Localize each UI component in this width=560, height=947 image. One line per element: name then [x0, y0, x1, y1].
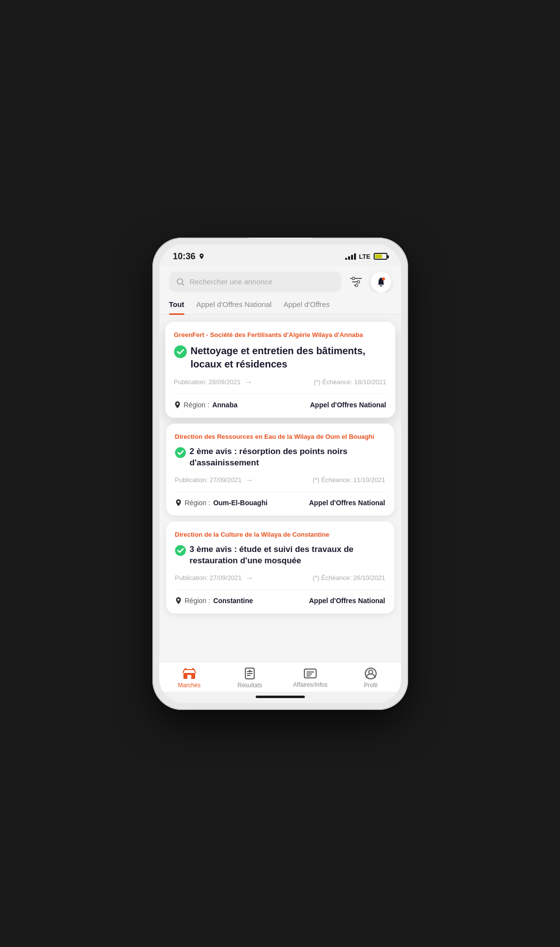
- card-footer-1: Région : Annaba Appel d'Offres National: [174, 401, 386, 409]
- bottom-navigation: Marchés Résultats Affaires/Infos: [159, 662, 401, 692]
- region-value-2: Oum-El-Bouaghi: [213, 499, 267, 507]
- listing-card-1[interactable]: GreenFert - Société des Fertilisants d'A…: [165, 322, 395, 418]
- tab-aon[interactable]: Appel d'Offres National: [196, 300, 272, 314]
- region-1: Région : Annaba: [174, 401, 238, 409]
- nav-marches[interactable]: Marchés: [159, 667, 220, 689]
- status-time: 10:36: [173, 251, 196, 262]
- filter-button[interactable]: [347, 273, 365, 291]
- appel-badge-3: Appel d'Offres National: [309, 597, 385, 605]
- pub-date-2: Publication: 27/09/2021: [175, 476, 242, 484]
- company-name-3: Direction de la Culture de la Wilaya de …: [175, 530, 385, 539]
- lte-label: LTE: [359, 253, 371, 260]
- region-label-1: Région :: [184, 401, 209, 409]
- card-title-2: 2 ème avis : résorption des points noirs…: [175, 446, 385, 469]
- search-area: Rechercher une annonce: [159, 266, 401, 292]
- location-icon: [199, 253, 205, 260]
- nav-marches-label: Marchés: [178, 682, 201, 689]
- resultats-icon: [243, 667, 256, 680]
- ech-date-3: (*) Échéance: 26/10/2021: [313, 574, 385, 581]
- card-title-3: 3 ème avis : étude et suivi des travaux …: [175, 544, 385, 567]
- region-label-2: Région :: [185, 499, 210, 507]
- listing-card-2[interactable]: Direction des Ressources en Eau de la Wi…: [166, 424, 394, 516]
- location-pin-1: [174, 401, 181, 409]
- region-2: Région : Oum-El-Bouaghi: [175, 499, 268, 507]
- phone-frame: 10:36 LTE: [152, 238, 408, 710]
- svg-point-13: [175, 545, 186, 556]
- verified-icon-1: [174, 345, 187, 362]
- listings-scroll[interactable]: GreenFert - Société des Fertilisants d'A…: [159, 315, 401, 662]
- svg-point-7: [355, 284, 357, 286]
- nav-profil-label: Profil: [364, 682, 377, 689]
- home-bar: [256, 696, 305, 698]
- appel-badge-1: Appel d'Offres National: [310, 401, 386, 409]
- region-value-1: Annaba: [212, 401, 237, 409]
- svg-point-20: [369, 670, 373, 674]
- search-placeholder: Rechercher une annonce: [190, 277, 334, 286]
- arrow-1: →: [244, 378, 252, 387]
- company-name-1: GreenFert - Société des Fertilisants d'A…: [174, 331, 386, 339]
- status-icons: LTE: [345, 253, 387, 260]
- battery-icon: [374, 253, 387, 260]
- location-pin-2: [175, 499, 182, 507]
- appel-badge-2: Appel d'Offres National: [309, 499, 385, 507]
- region-3: Région : Constantine: [175, 597, 253, 605]
- svg-point-10: [177, 403, 178, 405]
- verified-icon-2: [175, 447, 186, 461]
- svg-rect-18: [304, 669, 316, 678]
- svg-point-11: [175, 447, 186, 458]
- card-dates-3: Publication: 27/09/2021 → (*) Échéance: …: [175, 574, 385, 590]
- svg-point-9: [174, 345, 187, 358]
- card-title-1: Nettoyage et entretien des bâtiments, lo…: [174, 344, 386, 371]
- signal-bars: [345, 253, 356, 260]
- card-footer-2: Région : Oum-El-Bouaghi Appel d'Offres N…: [175, 499, 385, 507]
- tabs-container: Tout Appel d'Offres National Appel d'Off…: [159, 292, 401, 315]
- svg-point-6: [357, 280, 359, 283]
- nav-profil[interactable]: Profil: [341, 667, 401, 689]
- svg-point-5: [352, 277, 354, 279]
- tab-ao[interactable]: Appel d'Offres: [283, 300, 329, 314]
- ech-date-2: (*) Échéance: 11/10/2021: [313, 476, 385, 484]
- company-name-2: Direction des Ressources en Eau de la Wi…: [175, 432, 385, 441]
- region-value-3: Constantine: [213, 597, 253, 605]
- card-dates-2: Publication: 27/09/2021 → (*) Échéance: …: [175, 476, 385, 492]
- search-icon: [176, 277, 185, 286]
- listing-card-3[interactable]: Direction de la Culture de la Wilaya de …: [166, 521, 394, 613]
- arrow-3: →: [245, 574, 253, 582]
- svg-point-8: [382, 277, 385, 280]
- region-label-3: Région :: [185, 597, 210, 605]
- location-pin-3: [175, 597, 182, 605]
- pub-date-1: Publication: 28/09/2021: [174, 378, 241, 386]
- ech-date-1: (*) Échéance: 18/10/2021: [314, 378, 386, 386]
- marches-icon: [182, 667, 196, 680]
- affaires-icon: [303, 668, 317, 679]
- svg-point-0: [201, 255, 202, 256]
- nav-affaires[interactable]: Affaires/Infos: [280, 668, 341, 688]
- phone-screen: 10:36 LTE: [159, 244, 401, 703]
- tab-tout[interactable]: Tout: [169, 300, 184, 314]
- profil-icon: [364, 667, 377, 680]
- app-content: Rechercher une annonce: [159, 266, 401, 692]
- card-dates-1: Publication: 28/09/2021 → (*) Échéance: …: [174, 378, 386, 394]
- svg-rect-16: [187, 675, 191, 679]
- search-bar[interactable]: Rechercher une annonce: [169, 272, 341, 292]
- svg-point-12: [177, 501, 179, 503]
- card-footer-3: Région : Constantine Appel d'Offres Nati…: [175, 597, 385, 605]
- filter-icon: [350, 276, 362, 287]
- pub-date-3: Publication: 27/09/2021: [175, 574, 242, 581]
- svg-point-14: [177, 599, 179, 601]
- phone-notch: [248, 238, 312, 243]
- bell-icon: [376, 276, 386, 287]
- status-bar: 10:36 LTE: [159, 244, 401, 266]
- nav-resultats-label: Résultats: [237, 682, 262, 689]
- nav-affaires-label: Affaires/Infos: [293, 681, 327, 688]
- arrow-2: →: [245, 476, 253, 485]
- nav-resultats[interactable]: Résultats: [220, 667, 280, 689]
- home-indicator: [159, 692, 401, 703]
- notification-button[interactable]: [371, 272, 391, 292]
- verified-icon-3: [175, 545, 186, 559]
